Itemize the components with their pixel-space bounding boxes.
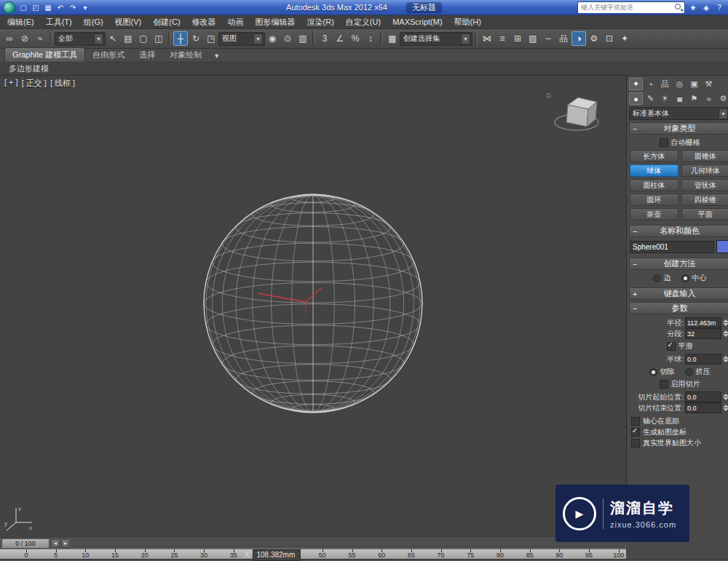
ribbon-toggle-icon[interactable]: ▧ (526, 31, 540, 46)
object-type-button[interactable]: 圆环 (630, 194, 678, 206)
time-slider-groove[interactable] (71, 539, 625, 547)
motion-tab-icon[interactable]: ◎ (673, 78, 687, 90)
new-scene-icon[interactable]: ▢ (17, 2, 29, 13)
utilities-tab-icon[interactable]: ⚒ (702, 78, 716, 90)
material-editor-icon[interactable]: ◑ (571, 31, 586, 46)
named-selection-set-dropdown[interactable]: 创建选择集 ▼ (400, 32, 472, 46)
app-button[interactable] (3, 1, 15, 14)
param-checkbox[interactable]: 轴心在底部 (631, 416, 728, 426)
systems-category-icon[interactable]: ⚙ (716, 92, 728, 105)
unlink-selection-icon[interactable]: ⊘ (17, 31, 32, 46)
object-name-field[interactable]: Sphere001 (630, 241, 714, 253)
viewport-label[interactable]: [ 线框 ] (50, 78, 75, 89)
object-type-button[interactable]: 长方体 (630, 150, 678, 162)
view-cube[interactable]: ⌂ (543, 87, 606, 138)
redo-icon[interactable]: ↷ (67, 2, 79, 13)
time-slider-handle[interactable]: 0 / 100 (1, 538, 50, 549)
geometry-category-icon[interactable]: ● (629, 92, 643, 105)
menu-item[interactable]: 自定义(U) (340, 16, 387, 28)
save-scene-icon[interactable]: ▦ (42, 2, 54, 13)
mirror-icon[interactable]: ⋈ (480, 31, 494, 46)
angle-snap-icon[interactable]: ∠ (333, 31, 347, 46)
undo-icon[interactable]: ↶ (55, 2, 66, 13)
ribbon-minimize-icon[interactable]: ▼ (209, 50, 222, 61)
menu-item[interactable]: 创建(C) (147, 16, 186, 28)
favorites-star-icon[interactable]: ★ (687, 2, 699, 13)
object-type-button[interactable]: 几何球体 (681, 164, 728, 177)
menu-item[interactable]: 修改器 (186, 16, 222, 28)
viewport-label[interactable]: [ 正交 ] (22, 78, 47, 89)
object-color-swatch[interactable] (716, 240, 728, 253)
layer-manager-icon[interactable]: ⊞ (510, 31, 525, 46)
menu-item[interactable]: 图形编辑器 (250, 16, 301, 28)
spinner[interactable] (723, 330, 728, 337)
rollout-header-keyboard-entry[interactable]: + 键盘输入 (629, 287, 728, 300)
rectangular-selection-region-icon[interactable]: ▢ (136, 31, 151, 46)
help-icon[interactable]: ? (713, 2, 725, 13)
spinner[interactable] (723, 319, 728, 326)
project-dropdown-icon[interactable]: ▾ (79, 2, 91, 13)
object-type-button[interactable]: 管状体 (681, 179, 728, 191)
search-input[interactable] (579, 2, 674, 12)
cameras-category-icon[interactable]: ◙ (673, 92, 687, 105)
rollout-header-creation-method[interactable]: − 创建方法 (629, 258, 728, 270)
param-value-field[interactable]: 0.0 (685, 402, 721, 413)
menu-item[interactable]: MAXScript(M) (387, 17, 448, 27)
ribbon-panel-polymodeling[interactable]: 多边形建模 (2, 63, 55, 75)
object-type-button[interactable]: 圆锥体 (681, 150, 728, 162)
search-icon[interactable] (674, 3, 683, 12)
object-type-button[interactable]: 四棱锥 (681, 194, 728, 206)
lights-category-icon[interactable]: ☀ (658, 92, 672, 105)
ribbon-tab[interactable]: 选择 (132, 48, 162, 62)
window-crossing-icon[interactable]: ◫ (151, 31, 166, 46)
spinner[interactable] (723, 405, 728, 411)
ribbon-tab[interactable]: 自由形式 (85, 48, 132, 62)
ribbon-tab[interactable]: Graphite 建模工具 (4, 47, 85, 62)
ribbon-tab[interactable]: 对象绘制 (162, 48, 209, 62)
space-warps-category-icon[interactable]: ≈ (702, 92, 716, 105)
menu-item[interactable]: 视图(V) (109, 16, 148, 28)
open-scene-icon[interactable]: ◰ (30, 2, 41, 13)
percent-snap-icon[interactable]: % (348, 31, 363, 46)
menu-item[interactable]: 帮助(H) (448, 16, 487, 28)
object-category-dropdown[interactable]: 标准基本体 ▼ (629, 107, 728, 120)
helpers-category-icon[interactable]: ⚑ (687, 92, 701, 105)
viewport-label[interactable]: [ + ] (4, 78, 18, 89)
object-type-button[interactable]: 球体 (630, 164, 678, 177)
select-and-move-icon[interactable]: ┼ (173, 31, 188, 46)
render-setup-icon[interactable]: ⚙ (587, 31, 601, 46)
select-and-rotate-icon[interactable]: ↻ (189, 31, 203, 46)
create-tab-icon[interactable]: ✦ (629, 78, 643, 90)
keyboard-shortcut-override-icon[interactable]: ▥ (296, 31, 310, 46)
reference-coordinate-dropdown[interactable]: 视图 ▼ (218, 32, 265, 46)
menu-item[interactable]: 组(G) (78, 16, 109, 28)
snap-toggle-3d-icon[interactable]: 3 (317, 31, 332, 46)
align-icon[interactable]: ≡ (495, 31, 510, 46)
object-type-button[interactable]: 平面 (681, 208, 728, 220)
spinner[interactable] (723, 356, 728, 362)
smooth-checkbox[interactable]: 平滑 (667, 341, 693, 351)
rollout-header-object-type[interactable]: − 对象类型 (629, 122, 728, 135)
curve-editor-icon[interactable]: ∼ (541, 31, 555, 46)
rollout-header-name-color[interactable]: − 名称和颜色 (629, 225, 728, 237)
selection-filter-dropdown[interactable]: 全部 ▼ (55, 32, 106, 46)
track-bar[interactable]: 0510152025303540455055606570758085909510… (0, 549, 626, 559)
time-slider[interactable]: 0 / 100 ◄ ► (0, 537, 626, 549)
select-and-link-icon[interactable]: ∞ (2, 31, 17, 46)
hemisphere-mode-radio[interactable]: 挤压 (685, 367, 711, 377)
hierarchy-tab-icon[interactable]: 品 (658, 78, 672, 90)
menu-item[interactable]: 编辑(E) (1, 16, 40, 28)
viewport-canvas[interactable]: [ + ][ 正交 ][ 线框 ] ⌂ x y (0, 76, 627, 537)
creation-method-radio[interactable]: 中心 (681, 273, 707, 283)
object-type-button[interactable]: 茶壶 (630, 208, 678, 220)
select-object-icon[interactable]: ↖ (106, 31, 120, 46)
menu-item[interactable]: 工具(T) (40, 16, 78, 28)
param-checkbox[interactable]: 生成贴图坐标 (631, 427, 728, 437)
menu-item[interactable]: 动画 (222, 16, 250, 28)
previous-frame-arrow[interactable]: ◄ (51, 539, 60, 548)
select-and-manipulate-icon[interactable]: ⊙ (280, 31, 295, 46)
edit-named-selection-sets-icon[interactable]: ▩ (385, 31, 400, 46)
param-value-field[interactable]: 32 (685, 328, 721, 339)
hemisphere-mode-radio[interactable]: 切除 (649, 367, 675, 377)
display-tab-icon[interactable]: ▣ (687, 78, 701, 90)
